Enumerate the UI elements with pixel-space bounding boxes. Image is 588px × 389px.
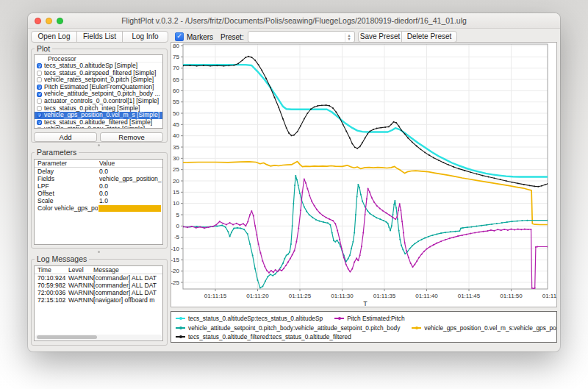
plot-field-list[interactable]: Processor tecs_status_0.altitudeSp [Simp… bbox=[34, 54, 163, 129]
svg-text:25: 25 bbox=[173, 166, 179, 173]
log-time: 70:59:982 bbox=[37, 282, 68, 289]
plot-list-item[interactable]: Pitch Estimated [EulerFromQuaternion] bbox=[35, 84, 162, 91]
svg-text:01:11:35: 01:11:35 bbox=[373, 293, 396, 299]
svg-text:5: 5 bbox=[176, 212, 180, 218]
field-checkbox[interactable] bbox=[37, 106, 42, 111]
parameter-value[interactable]: 0.0 bbox=[99, 182, 162, 190]
save-preset-button[interactable]: Save Preset bbox=[358, 31, 402, 43]
parameter-row[interactable]: Fieldsvehicle_gps_position_... bbox=[35, 175, 162, 182]
log-info-button[interactable]: Log Info bbox=[122, 31, 168, 43]
parameter-value[interactable]: 0.0 bbox=[99, 168, 162, 175]
parameters-panel: Parameters Parameter Value Delay0.0Field… bbox=[31, 148, 168, 249]
splitter-handle[interactable] bbox=[98, 251, 100, 253]
log-message-row[interactable]: 72:00:036WARNING[commander] ALL DAT bbox=[35, 289, 162, 296]
svg-text:70: 70 bbox=[173, 65, 179, 71]
preset-combobox[interactable]: ▲▼ bbox=[248, 31, 355, 43]
plot-list-item[interactable]: tecs_status_0.altitude_filtered [Simple] bbox=[35, 119, 162, 126]
plot-list-item[interactable]: tecs_status_0.altitudeSp [Simple] bbox=[35, 63, 162, 70]
plot-list-item[interactable]: vehicle_gps_position_0.vel_m_s [Simple] bbox=[35, 112, 162, 119]
scrollbar-thumb[interactable] bbox=[37, 335, 97, 339]
remove-field-button[interactable]: Remove bbox=[100, 132, 163, 142]
delete-preset-button[interactable]: Delete Preset bbox=[401, 31, 457, 43]
svg-text:-10: -10 bbox=[171, 246, 180, 252]
parameter-row[interactable]: LPF0.0 bbox=[35, 182, 162, 190]
field-checkbox[interactable] bbox=[37, 120, 42, 125]
parameter-row[interactable]: Scale1.0 bbox=[35, 197, 162, 204]
svg-text:01:11:45: 01:11:45 bbox=[458, 293, 481, 299]
field-checkbox[interactable] bbox=[37, 85, 42, 90]
plot-list-item[interactable]: vehicle_attitude_setpoint_0.pitch_body .… bbox=[35, 90, 162, 98]
add-field-button[interactable]: Add bbox=[34, 132, 97, 142]
svg-text:0: 0 bbox=[176, 223, 180, 229]
svg-text:01:11:15: 01:11:15 bbox=[204, 293, 227, 299]
log-time: 72:15:102 bbox=[37, 296, 68, 304]
parameter-value[interactable]: 1.0 bbox=[99, 197, 162, 204]
field-label: vehicle_status_0.nav_state [Simple] bbox=[44, 126, 162, 129]
field-checkbox[interactable] bbox=[37, 77, 42, 82]
plot-list-item[interactable]: vehicle_status_0.nav_state [Simple] bbox=[35, 126, 162, 129]
log-message-row[interactable]: 72:15:102WARNING[navigator] offboard m bbox=[35, 296, 162, 304]
zoom-window-button[interactable] bbox=[57, 18, 63, 24]
plot-list-item[interactable]: vehicle_rates_setpoint_0.pitch [Simple] bbox=[35, 76, 162, 84]
parameter-value[interactable]: vehicle_gps_position_... bbox=[99, 175, 162, 182]
log-time: 70:10:924 bbox=[37, 274, 68, 282]
legend-marker-icon bbox=[176, 318, 185, 319]
parameter-name: Fields bbox=[37, 175, 98, 182]
parameter-name: Offset bbox=[37, 190, 98, 197]
field-checkbox[interactable] bbox=[37, 71, 42, 76]
field-label: vehicle_attitude_setpoint_0.pitch_body .… bbox=[44, 90, 162, 98]
parameter-row[interactable]: Delay0.0 bbox=[35, 168, 162, 175]
parameter-name: Color vehicle_gps_po... bbox=[37, 204, 98, 212]
titlebar: FlightPlot v.0.3.2 - /Users/fritz/Docume… bbox=[28, 13, 560, 29]
preset-label: Preset: bbox=[220, 33, 244, 41]
field-checkbox[interactable] bbox=[37, 113, 42, 118]
splitter-handle[interactable] bbox=[98, 144, 100, 146]
log-level: WARNING bbox=[68, 289, 93, 296]
plot-list-item[interactable]: tecs_status_0.pitch_integ [Simple] bbox=[35, 105, 162, 113]
log-messages-table[interactable]: Time Level Message 70:10:924WARNING[comm… bbox=[34, 265, 163, 341]
plot-list-item[interactable]: tecs_status_0.airspeed_filtered [Simple] bbox=[35, 70, 162, 77]
fields-list-button[interactable]: Fields List bbox=[76, 31, 123, 43]
param-col-header: Parameter bbox=[37, 160, 67, 167]
plot-list-header: Processor bbox=[35, 55, 162, 63]
value-col-header: Value bbox=[99, 160, 115, 167]
svg-text:15: 15 bbox=[173, 189, 179, 196]
svg-text:-15: -15 bbox=[171, 257, 180, 263]
log-messages-title: Log Messages bbox=[35, 254, 89, 263]
field-label: vehicle_rates_setpoint_0.pitch [Simple] bbox=[44, 76, 162, 84]
svg-text:01:11:50: 01:11:50 bbox=[500, 293, 523, 299]
svg-text:55: 55 bbox=[173, 99, 179, 105]
legend-label: vehicle_attitude_setpoint_0.pitch_body:v… bbox=[188, 324, 400, 332]
svg-text:-5: -5 bbox=[174, 234, 180, 240]
field-checkbox[interactable] bbox=[37, 127, 42, 129]
parameter-row[interactable]: Offset0.0 bbox=[35, 190, 162, 197]
parameters-table[interactable]: Parameter Value Delay0.0Fieldsvehicle_gp… bbox=[34, 159, 163, 245]
svg-text:40: 40 bbox=[173, 132, 179, 139]
field-label: tecs_status_0.altitudeSp [Simple] bbox=[44, 63, 162, 70]
log-level: WARNING bbox=[68, 296, 93, 304]
svg-text:65: 65 bbox=[173, 76, 179, 83]
close-window-button[interactable] bbox=[35, 18, 41, 24]
parameter-value[interactable]: 0.0 bbox=[99, 190, 162, 197]
legend-label: tecs_status_0.altitude_filtered:tecs_sta… bbox=[188, 333, 351, 340]
legend-marker-icon bbox=[334, 318, 344, 319]
field-checkbox[interactable] bbox=[37, 92, 42, 97]
log-message-row[interactable]: 70:10:924WARNING[commander] ALL DAT bbox=[35, 274, 162, 282]
minimize-window-button[interactable] bbox=[46, 18, 52, 24]
color-swatch[interactable] bbox=[98, 205, 161, 212]
legend-item: Pitch Estimated:Pitch bbox=[334, 315, 404, 322]
preset-stepper-icon[interactable]: ▲▼ bbox=[345, 33, 353, 42]
field-checkbox[interactable] bbox=[37, 63, 42, 68]
legend-item: tecs_status_0.altitude_filtered:tecs_sta… bbox=[176, 333, 351, 340]
parameter-row[interactable]: Color vehicle_gps_po... bbox=[35, 204, 162, 212]
chart-legend: tecs_status_0.altitudeSp:tecs_status_0.a… bbox=[171, 311, 557, 343]
open-log-button[interactable]: Open Log bbox=[31, 31, 77, 43]
log-message-row[interactable]: 70:59:982WARNING[commander] ALL DAT bbox=[35, 282, 162, 289]
log-message: [commander] ALL DAT bbox=[93, 282, 162, 289]
horizontal-scrollbar[interactable] bbox=[35, 335, 162, 340]
markers-checkbox[interactable] bbox=[175, 32, 184, 41]
chart-plot-area[interactable]: 80757065605550454035302520151050-5-10-15… bbox=[171, 43, 557, 307]
log-message: [commander] ALL DAT bbox=[93, 289, 162, 296]
field-checkbox[interactable] bbox=[37, 99, 42, 104]
plot-list-item[interactable]: actuator_controls_0_0.control[1] [Simple… bbox=[35, 98, 162, 105]
